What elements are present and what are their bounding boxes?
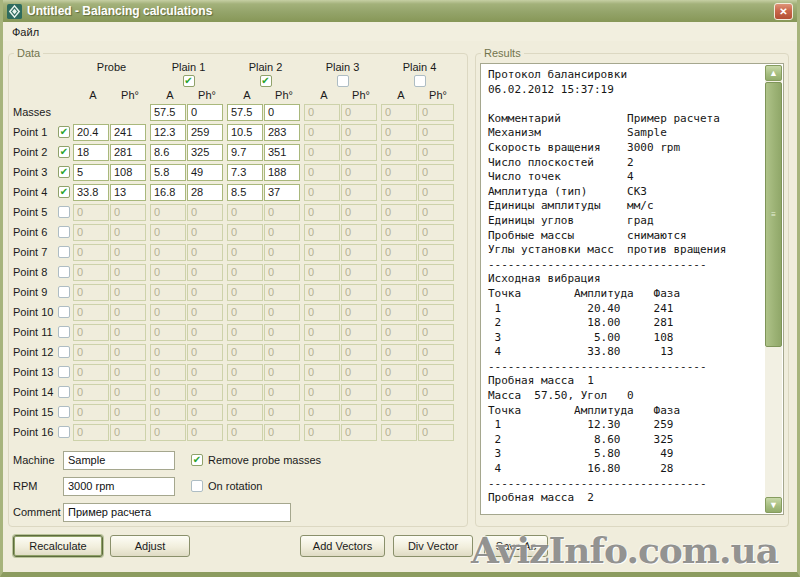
machine-label: Machine [13, 454, 63, 466]
point-6-cell-7: 0 [341, 224, 377, 241]
point-6-cell-3: 0 [187, 224, 223, 241]
point-3-cell-2[interactable]: 5.8 [150, 164, 186, 181]
point-1-cell-2[interactable]: 12.3 [150, 124, 186, 141]
point-2-cell-8: 0 [381, 144, 417, 161]
results-output: Протокол балансировки 06.02.2012 15:37:1… [480, 63, 784, 515]
masses-row: Masses57.5057.500000 [13, 102, 463, 122]
point-9-cell-9: 0 [418, 284, 454, 301]
remove-probe-masses-checkbox[interactable]: ✔ [191, 454, 203, 466]
point-1-cell-1[interactable]: 241 [110, 124, 146, 141]
point-16-checkbox[interactable] [58, 426, 70, 438]
point-11-checkbox[interactable] [58, 326, 70, 338]
machine-row: Machine ✔ Remove probe masses [13, 448, 463, 472]
point-12-cell-8: 0 [381, 344, 417, 361]
plain-2-checkbox[interactable]: ✔ [260, 75, 272, 87]
close-button[interactable]: ✕ [774, 3, 793, 20]
point-row: Point 110000000000 [13, 322, 463, 342]
masses-cell-plain2-a[interactable]: 57.5 [227, 104, 263, 121]
save-as-button[interactable]: Save As [484, 535, 548, 557]
masses-label: Masses [13, 106, 73, 118]
phase-column-header: Ph° [266, 89, 303, 101]
point-row: Point 80000000000 [13, 262, 463, 282]
point-2-cell-3[interactable]: 325 [187, 144, 223, 161]
menu-item-file[interactable]: Файл [5, 24, 46, 40]
point-8-checkbox[interactable] [58, 266, 70, 278]
adjust-button[interactable]: Adjust [110, 535, 190, 557]
point-2-cell-5[interactable]: 351 [264, 144, 300, 161]
point-15-checkbox[interactable] [58, 406, 70, 418]
masses-cell-plain2-ph[interactable]: 0 [264, 104, 300, 121]
point-row: Point 1✔20.424112.325910.52830000 [13, 122, 463, 142]
point-7-cell-5: 0 [264, 244, 300, 261]
point-2-cell-1[interactable]: 281 [110, 144, 146, 161]
point-3-cell-1[interactable]: 108 [110, 164, 146, 181]
point-4-checkbox[interactable]: ✔ [58, 186, 70, 198]
machine-input[interactable] [63, 451, 175, 470]
masses-cell-plain1-a[interactable]: 57.5 [150, 104, 186, 121]
point-1-cell-0[interactable]: 20.4 [73, 124, 109, 141]
point-10-cell-9: 0 [418, 304, 454, 321]
point-10-cell-4: 0 [227, 304, 263, 321]
point-2-cell-4[interactable]: 9.7 [227, 144, 263, 161]
point-2-cell-7: 0 [341, 144, 377, 161]
point-9-checkbox[interactable] [58, 286, 70, 298]
recalculate-button[interactable]: Recalculate [13, 535, 103, 557]
point-7-checkbox[interactable] [58, 246, 70, 258]
point-2-checkbox[interactable]: ✔ [58, 146, 70, 158]
point-2-cell-6: 0 [304, 144, 340, 161]
point-7-cell-7: 0 [341, 244, 377, 261]
point-1-checkbox[interactable]: ✔ [58, 126, 70, 138]
point-4-cell-2[interactable]: 16.8 [150, 184, 186, 201]
point-4-cell-1[interactable]: 13 [110, 184, 146, 201]
results-scrollbar[interactable]: ▲ ≡ ▼ [765, 65, 782, 513]
div-vector-button[interactable]: Div Vector [393, 535, 473, 557]
rpm-input[interactable] [63, 477, 175, 496]
point-3-checkbox[interactable]: ✔ [58, 166, 70, 178]
phase-column-header: Ph° [189, 89, 226, 101]
point-2-cell-2[interactable]: 8.6 [150, 144, 186, 161]
point-12-checkbox[interactable] [58, 346, 70, 358]
point-14-checkbox[interactable] [58, 386, 70, 398]
point-7-label: Point 7 [13, 246, 58, 258]
point-13-cell-2: 0 [150, 364, 186, 381]
point-3-cell-0[interactable]: 5 [73, 164, 109, 181]
point-4-cell-3[interactable]: 28 [187, 184, 223, 201]
point-1-cell-4[interactable]: 10.5 [227, 124, 263, 141]
add-vectors-button[interactable]: Add Vectors [300, 535, 385, 557]
data-group: Data ProbePlain 1Plain 2Plain 3Plain 4✔✔… [8, 47, 468, 527]
point-2-cell-0[interactable]: 18 [73, 144, 109, 161]
scrollbar-up-icon[interactable]: ▲ [765, 65, 782, 81]
point-1-cell-5[interactable]: 283 [264, 124, 300, 141]
point-4-cell-5[interactable]: 37 [264, 184, 300, 201]
point-4-cell-4[interactable]: 8.5 [227, 184, 263, 201]
point-3-cell-4[interactable]: 7.3 [227, 164, 263, 181]
point-13-checkbox[interactable] [58, 366, 70, 378]
plain-3-checkbox[interactable] [337, 75, 349, 87]
point-3-cell-5[interactable]: 188 [264, 164, 300, 181]
on-rotation-checkbox[interactable] [191, 480, 203, 492]
point-13-cell-3: 0 [187, 364, 223, 381]
scrollbar-down-icon[interactable]: ▼ [765, 497, 782, 513]
point-1-cell-3[interactable]: 259 [187, 124, 223, 141]
point-10-cell-3: 0 [187, 304, 223, 321]
comment-input[interactable] [63, 503, 291, 522]
point-13-cell-6: 0 [304, 364, 340, 381]
masses-cell-plain1-ph[interactable]: 0 [187, 104, 223, 121]
point-12-cell-7: 0 [341, 344, 377, 361]
point-13-cell-0: 0 [73, 364, 109, 381]
point-6-checkbox[interactable] [58, 226, 70, 238]
plain-4-checkbox[interactable] [414, 75, 426, 87]
rpm-row: RPM On rotation [13, 474, 463, 498]
point-5-checkbox[interactable] [58, 206, 70, 218]
point-8-cell-9: 0 [418, 264, 454, 281]
point-4-cell-0[interactable]: 33.8 [73, 184, 109, 201]
points-table: ProbePlain 1Plain 2Plain 3Plain 4✔✔APh°A… [13, 60, 463, 442]
point-10-checkbox[interactable] [58, 306, 70, 318]
plain-1-checkbox[interactable]: ✔ [183, 75, 195, 87]
point-3-cell-3[interactable]: 49 [187, 164, 223, 181]
point-7-cell-3: 0 [187, 244, 223, 261]
point-16-cell-3: 0 [187, 424, 223, 441]
scrollbar-thumb[interactable]: ≡ [765, 82, 782, 347]
point-14-cell-2: 0 [150, 384, 186, 401]
point-11-label: Point 11 [13, 326, 58, 338]
